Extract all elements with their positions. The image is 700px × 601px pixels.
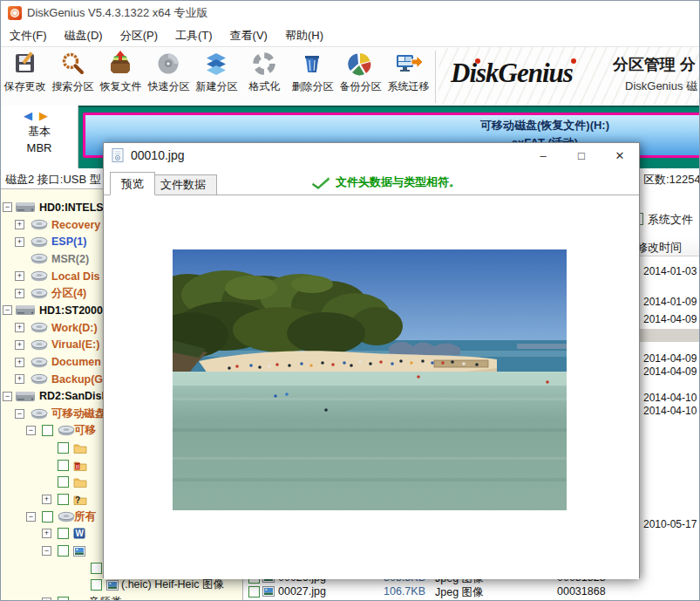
menu-item-2[interactable]: 磁盘(D) <box>56 25 112 46</box>
dialog-minimize-button[interactable]: – <box>524 143 562 167</box>
save-button[interactable]: 保存更改 <box>1 47 49 105</box>
format-button[interactable]: 格式化 <box>241 47 289 105</box>
partition-icon <box>31 408 48 420</box>
tree-label: (.heic) Heif-Heic 图像 <box>121 577 224 592</box>
partition-icon <box>31 339 48 351</box>
tree-checkbox[interactable] <box>42 425 53 436</box>
nav-label-top: 基本 <box>1 124 78 140</box>
tree-expand-toggle[interactable]: + <box>15 271 24 281</box>
status-message: 文件头数据与类型相符。 <box>336 174 460 190</box>
menu-item-5[interactable]: 查看(V) <box>221 25 276 46</box>
nav-label-bottom: MBR <box>1 141 78 154</box>
partition-name: 可移动磁盘(恢复文件)(H:) <box>85 118 700 133</box>
recover-button[interactable]: 恢复文件 <box>97 47 145 105</box>
nav-forward-arrow[interactable]: ▶ <box>39 109 55 122</box>
tree-expand-toggle[interactable]: + <box>42 598 51 601</box>
file-type: Jpeg 图像 <box>435 585 484 600</box>
dialog-close-button[interactable]: ✕ <box>601 143 639 167</box>
tab-file-data[interactable]: 文件数据 <box>149 174 217 195</box>
svg-text:♪: ♪ <box>73 598 78 601</box>
nav-back-arrow[interactable]: ◀ <box>24 109 39 122</box>
file-size: 106.7KB <box>348 585 425 598</box>
tree-expand-toggle[interactable]: + <box>15 358 24 367</box>
menu-item-6[interactable]: 帮助(H) <box>276 25 332 46</box>
tree-label: RD2:SanDisk <box>39 390 108 402</box>
preview-file-icon <box>112 148 125 162</box>
delete-button[interactable]: 删除分区 <box>289 47 336 105</box>
disk-icon <box>15 304 36 317</box>
app-icon <box>8 6 22 20</box>
tree-row-音频类[interactable]: +♪音频类 <box>1 594 242 601</box>
system-files-label: 系统文件 <box>648 212 693 228</box>
tree-row--heic-heif-heic-图像[interactable]: (.heic) Heif-Heic 图像 <box>1 577 242 594</box>
modified-time-cell: 2014-04-09 <box>643 352 700 365</box>
deleted-folder-icon <box>73 460 87 471</box>
quick-icon <box>155 50 183 78</box>
file-name: 00027.jpg <box>278 585 326 598</box>
tree-expand-toggle[interactable]: − <box>26 512 36 522</box>
brand-tagline-bottom: DiskGenius 磁 <box>625 79 697 94</box>
folder-icon <box>73 442 87 454</box>
tree-expand-toggle[interactable]: + <box>15 237 24 247</box>
tree-expand-toggle[interactable]: + <box>15 340 24 350</box>
tree-label: Local Dis <box>51 270 100 283</box>
green-check-icon <box>311 175 330 189</box>
tree-expand-toggle[interactable]: − <box>3 202 12 212</box>
recover-icon <box>107 50 135 78</box>
tree-checkbox[interactable] <box>58 460 69 471</box>
modified-time-cell: 2014-04-09 <box>643 313 700 325</box>
tree-checkbox[interactable] <box>58 528 69 539</box>
file-row-00027.jpg[interactable]: 00027.jpg106.7KBJpeg 图像00031868 <box>243 584 700 598</box>
partition-icon <box>31 219 48 230</box>
dialog-maximize-button[interactable]: □ <box>562 143 601 167</box>
dialog-titlebar[interactable]: 00010.jpg – □ ✕ <box>104 143 639 167</box>
tree-expand-toggle[interactable]: + <box>42 529 51 538</box>
tree-expand-toggle[interactable]: + <box>15 374 24 384</box>
tree-expand-toggle[interactable]: − <box>3 392 12 401</box>
tree-expand-toggle[interactable]: − <box>3 305 12 315</box>
menu-item-3[interactable]: 分区(P) <box>112 25 167 46</box>
file-cluster: 00031868 <box>557 585 606 598</box>
delete-button-label: 删除分区 <box>292 79 334 94</box>
tree-checkbox[interactable] <box>58 442 69 454</box>
backup-button[interactable]: 备份分区 <box>336 47 384 105</box>
tree-expand-toggle[interactable]: + <box>15 323 24 332</box>
tree-expand-toggle[interactable]: + <box>42 495 51 504</box>
menu-item-4[interactable]: 工具(T) <box>167 25 221 46</box>
tab-preview[interactable]: 预览 <box>110 172 155 195</box>
migrate-button[interactable]: 系统迁移 <box>384 47 432 105</box>
format-button-label: 格式化 <box>249 79 281 94</box>
tree-checkbox[interactable] <box>42 511 53 522</box>
search-button[interactable]: 搜索分区 <box>49 47 97 105</box>
tree-checkbox[interactable] <box>91 563 102 574</box>
tree-expand-toggle[interactable]: + <box>15 220 24 229</box>
tree-checkbox[interactable] <box>58 597 69 601</box>
tree-label: ESP(1) <box>51 236 86 248</box>
tree-checkbox[interactable] <box>58 476 69 488</box>
brand-tagline-top: 分区管理 分 <box>613 54 697 75</box>
menu-item-1[interactable]: 文件(F) <box>1 25 56 46</box>
music-icon: ♪ <box>73 597 84 601</box>
preview-dialog: 00010.jpg – □ ✕ 预览 文件数据 文件头数据与类型相符。 <box>103 142 640 578</box>
brand-area: DiskGenius 分区管理 分 DiskGenius 磁 <box>438 47 700 106</box>
tree-expand-toggle[interactable]: − <box>42 546 51 556</box>
file-checkbox[interactable] <box>248 586 260 598</box>
tree-expand-toggle[interactable]: − <box>26 426 36 435</box>
tree-label: Work(D:) <box>51 322 98 334</box>
backup-button-label: 备份分区 <box>340 79 382 94</box>
tree-checkbox[interactable] <box>91 579 102 591</box>
partition-icon <box>31 270 48 282</box>
tree-checkbox[interactable] <box>58 545 69 557</box>
quick-button[interactable]: 快速分区 <box>145 47 193 105</box>
tree-expand-toggle[interactable]: − <box>15 409 24 419</box>
tree-expand-toggle[interactable]: + <box>15 289 24 298</box>
newpart-icon <box>203 50 231 78</box>
modified-time-column-header[interactable]: 修改时间 <box>636 240 682 256</box>
tree-label: MSR(2) <box>51 253 89 265</box>
window-title: DiskGenius V5.4.3.1322 x64 专业版 <box>27 5 207 21</box>
modified-time-cell: 2014-04-10 <box>643 392 700 404</box>
newpart-button[interactable]: 新建分区 <box>193 47 241 105</box>
dialog-tab-bar: 预览 文件数据 文件头数据与类型相符。 <box>104 167 639 195</box>
save-icon <box>11 50 39 78</box>
tree-checkbox[interactable] <box>58 494 69 505</box>
